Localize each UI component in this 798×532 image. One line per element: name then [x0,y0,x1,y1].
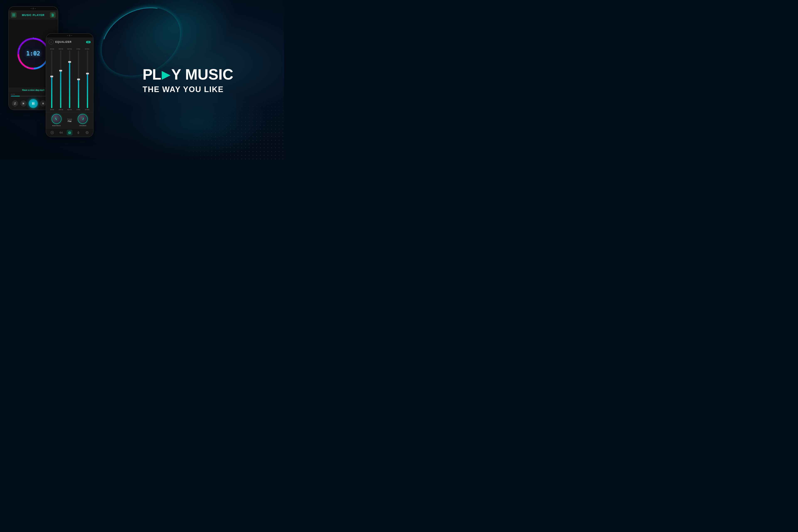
nav-mic[interactable] [75,130,81,135]
headline-section: PL ▶ Y MUSIC THE WAY YOU LIKE [142,66,278,94]
svg-rect-33 [61,132,62,133]
slider-thumb-910hz [68,61,71,63]
slider-track-14khz [87,51,88,108]
nav-disc[interactable] [49,130,55,135]
freq-label-3khz-bot: 3 kHz [75,109,81,110]
eq-band-14khz[interactable] [83,51,92,108]
slider-thumb-14khz [86,73,89,74]
back-button[interactable]: ‹ [49,39,54,44]
app-title: MUSIC PLAYER [22,14,44,17]
menu-line-3 [12,16,15,16]
svg-point-5 [52,16,53,17]
camera-lens-right [69,35,71,36]
bass-boost-knob-container: Bass Boost [52,114,61,127]
freq-label-3khz-top: 3 kHz [75,48,81,50]
mic-icon [77,131,80,134]
bottom-navigation [46,128,93,137]
menu-line-1 [12,14,15,14]
menu-line-2 [12,15,15,15]
freq-labels-bottom: 60 Hz 230 Hz 910 Hz 3 kHz 14 kHz [48,109,92,110]
app-header: MUSIC PLAYER [9,11,58,20]
slider-thumb-3khz [77,79,80,80]
eq-band-60hz[interactable] [48,51,56,108]
sensor-dot-2 [35,8,36,9]
eq-title: EQUALIZER [55,40,84,43]
play-pause-button[interactable] [29,99,38,108]
nav-eq[interactable] [58,130,64,135]
freq-label-60hz-bot: 60 Hz [49,109,55,110]
subtitle-text: THE WAY YOU LIKE [142,85,278,94]
previous-button[interactable] [20,100,26,107]
slider-track-910hz [69,51,70,108]
repeat-icon [14,102,16,105]
next-button[interactable] [40,100,46,107]
slider-thumb-230hz [59,70,62,72]
phone-equalizer: ‹ EQUALIZER ON 60 Hz 230 Hz 910 Hz 3 kHz… [46,33,94,137]
slider-track-3khz [78,51,79,108]
globe-icon [86,131,89,134]
preset-value: Flat [68,120,72,122]
slider-track-230hz [60,51,61,108]
slider-fill-60hz [51,76,52,108]
svg-point-30 [52,132,53,133]
disc-icon [51,131,54,134]
svg-rect-35 [78,131,79,133]
bass-boost-label: Bass Boost [52,125,61,127]
time-display: 1:02 [17,37,50,70]
slider-fill-3khz [78,79,79,108]
freq-label-910hz-top: 910 Hz [66,48,73,50]
bass-boost-indicator [55,118,57,120]
preset-box: Preset Flat [67,118,72,122]
virtualizer-knob-container: Virtualizer [78,114,88,127]
time-current: 02:04 [11,93,15,95]
svg-rect-24 [23,102,23,104]
eq-toggle[interactable]: ON [86,41,91,43]
title-play-text: PL [142,66,161,83]
next-icon [42,102,44,105]
pause-icon [31,102,35,106]
svg-rect-32 [60,131,61,134]
freq-labels-top: 60 Hz 230 Hz 910 Hz 3 kHz 14 kHz [48,48,92,50]
progress-fill [11,96,20,96]
svg-rect-25 [32,102,33,105]
knobs-section: Bass Boost Preset Flat Virtualizer [46,112,93,128]
prev-icon [22,102,25,105]
phone-top-bar [9,7,58,11]
time-text: 1:02 [26,50,40,57]
freq-label-14khz-top: 14 kHz [84,48,90,50]
title-y-music: Y MUSIC [171,66,233,83]
eq-band-910hz[interactable] [66,51,74,108]
bass-boost-knob[interactable] [52,114,61,124]
headphone-active-icon [68,131,71,134]
virtualizer-knob[interactable] [78,114,88,124]
repeat-button[interactable] [12,100,18,107]
main-title: PL ▶ Y MUSIC [142,66,278,83]
svg-point-3 [53,15,54,16]
eq-header: ‹ EQUALIZER ON [46,37,93,46]
nav-headphone[interactable] [67,130,73,135]
svg-rect-26 [34,102,34,105]
freq-label-230hz-top: 230 Hz [58,48,64,50]
visualizer-ring: 1:02 [17,37,50,70]
svg-rect-34 [62,132,62,134]
freq-label-910hz-bot: 910 Hz [66,109,73,110]
camera-lens [33,8,34,10]
sliders-icon [51,13,54,17]
equalizer-button[interactable] [50,12,56,18]
nav-globe[interactable] [84,130,90,135]
svg-rect-31 [60,132,60,133]
svg-point-29 [51,131,54,134]
eq-band-230hz[interactable] [57,51,65,108]
freq-label-60hz-top: 60 Hz [49,48,55,50]
main-content: MUSIC PLAYER [0,0,284,159]
sensor-dot-r2 [71,35,72,36]
slider-thumb-60hz [50,76,53,77]
slider-track-60hz [51,51,52,108]
freq-label-230hz-bot: 230 Hz [58,109,64,110]
menu-button[interactable] [11,12,17,18]
eq-band-3khz[interactable] [74,51,82,108]
preset-label: Preset [67,118,72,120]
sensor-dot-r1 [67,35,68,36]
svg-point-1 [52,14,53,15]
eq-nav-icon [59,131,62,134]
